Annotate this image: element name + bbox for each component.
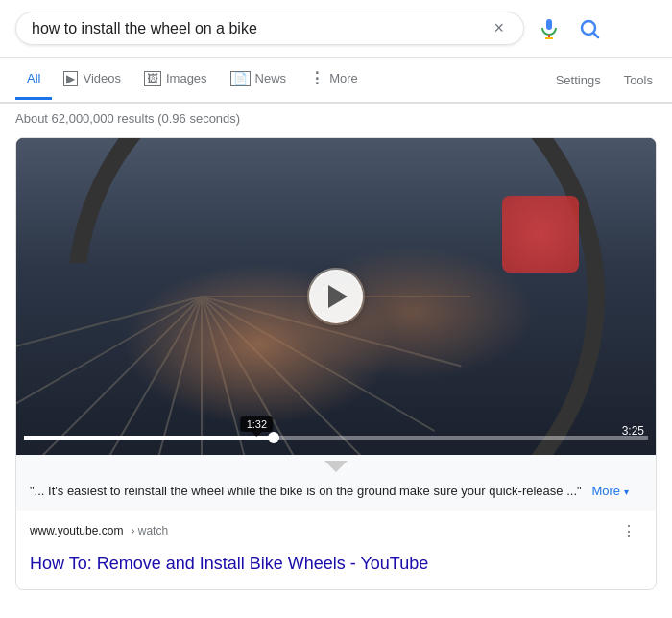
end-timestamp: 3:25 [622,424,644,438]
progress-thumb [268,432,279,443]
microphone-icon [538,17,561,40]
google-search-button[interactable] [574,17,605,40]
image-icon: 🖼 [144,71,161,86]
description-text: "... It's easiest to reinstall the wheel… [30,484,582,498]
search-input-wrapper: × [15,12,524,45]
video-description: "... It's easiest to reinstall the wheel… [16,472,656,511]
news-icon: 📄 [230,71,251,86]
results-count: About 62,000,000 results (0.96 seconds) [0,104,672,133]
result-title-link[interactable]: How To: Remove and Install Bike Wheels -… [16,548,656,589]
video-icon: ▶ [63,71,78,86]
source-domain: www.youtube.com [30,524,123,537]
settings-link[interactable]: Settings [552,61,605,99]
tab-videos-label: Videos [83,71,121,85]
tab-all[interactable]: All [15,59,52,100]
three-dots-icon: ⋮ [621,523,636,539]
tab-news-label: News [255,71,287,85]
video-arrow-section [16,455,656,472]
tab-more-label: More [329,71,358,85]
chevron-down-icon: ▾ [624,487,629,497]
svg-line-4 [594,33,599,37]
tab-images-label: Images [166,71,207,85]
clear-search-button[interactable]: × [490,18,508,38]
result-title-text: How To: Remove and Install Bike Wheels -… [30,554,428,573]
tab-images[interactable]: 🖼 Images [132,59,219,101]
search-bar: × [0,0,672,58]
play-button[interactable] [309,270,363,323]
tab-videos[interactable]: ▶ Videos [52,59,132,101]
more-dots-icon: ⋮ [309,69,324,87]
close-icon: × [493,18,504,38]
play-triangle-icon [328,285,348,308]
svg-rect-0 [546,19,552,30]
timestamp-arrow [252,432,261,437]
video-progress-container: 1:32 3:25 [16,436,656,455]
tabs-bar: All ▶ Videos 🖼 Images 📄 News ⋮ More Sett… [0,58,672,103]
tools-link[interactable]: Tools [620,61,657,99]
tab-more[interactable]: ⋮ More [298,58,370,102]
tab-news[interactable]: 📄 News [219,59,299,101]
search-input[interactable] [32,20,490,37]
result-menu-button[interactable]: ⋮ [615,520,642,542]
source-info: www.youtube.com › watch ⋮ [16,511,656,548]
search-icon [578,17,601,40]
progress-track[interactable] [24,436,648,440]
current-timestamp: 1:32 [241,416,273,432]
video-thumbnail[interactable]: 1:32 3:25 [16,138,656,455]
description-more-link[interactable]: More ▾ [588,484,629,498]
tabs-left: All ▶ Videos 🖼 Images 📄 News ⋮ More [15,58,370,102]
tab-all-label: All [27,71,40,85]
source-path: › watch [131,524,168,537]
progress-fill [24,436,274,440]
voice-search-button[interactable] [534,17,564,40]
source-url-row: www.youtube.com › watch ⋮ [30,520,642,542]
arrow-down-icon [324,461,348,472]
tabs-right: Settings Tools [552,61,657,99]
video-result-card: 1:32 3:25 "... It's easiest to reinstall… [15,137,657,590]
